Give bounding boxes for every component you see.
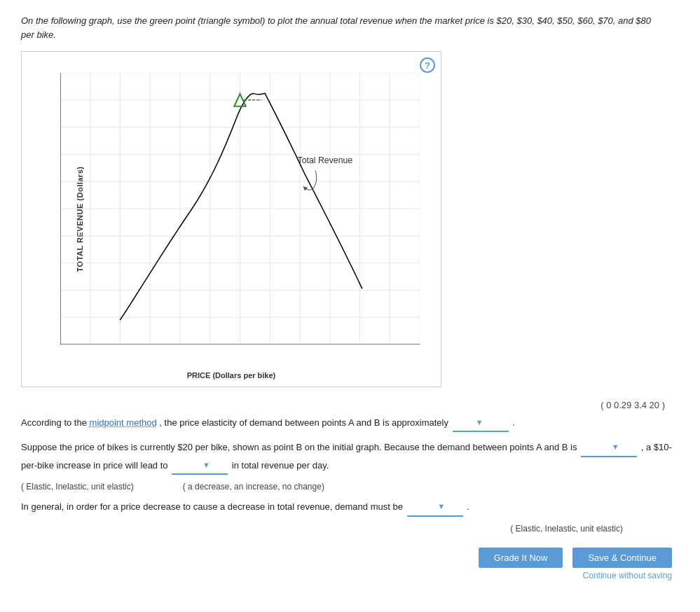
q3-dropdown-arrow-icon: ▼	[437, 500, 445, 514]
q2-dropdown2-value	[172, 457, 200, 473]
q1-dropdown-arrow-icon: ▼	[475, 416, 483, 430]
q2-dropdown1-arrow-icon: ▼	[612, 440, 619, 454]
coordinates-hint: ( 0 0.29 3.4 20 )	[21, 400, 679, 410]
q1-text-mid: , the price elasticity of demand between…	[159, 417, 448, 428]
save-button[interactable]: Save & Continue	[572, 548, 672, 568]
q1-text-before: According to the	[21, 417, 87, 428]
grade-button[interactable]: Grade It Now	[479, 548, 563, 568]
q3-text-after: .	[467, 501, 469, 512]
q1-text-after: .	[512, 417, 515, 428]
bottom-buttons: Grade It Now Save & Continue	[21, 548, 679, 568]
q3-row: In general, in order for a price decreas…	[21, 499, 679, 516]
q2-intro: Suppose the price of bikes is currently …	[21, 442, 577, 452]
q2-options1-hint: ( Elastic, Inelastic, unit elastic) ( a …	[21, 482, 679, 492]
x-axis-label: PRICE (Dollars per bike)	[187, 371, 276, 380]
q1-row: According to the midpoint method , the p…	[21, 415, 679, 432]
continue-button[interactable]: Continue without saving	[583, 571, 672, 580]
q1-dropdown[interactable]: ▼	[453, 415, 509, 432]
graph-container: ? TOTAL REVENUE (Dollars)	[21, 51, 441, 387]
q2-dropdown2-arrow-icon: ▼	[203, 459, 210, 473]
q3-text-before: In general, in order for a price decreas…	[21, 501, 403, 512]
q2-row: Suppose the price of bikes is currently …	[21, 439, 679, 475]
continue-row: Continue without saving	[21, 571, 679, 580]
q2-text3: in total revenue per day.	[232, 460, 329, 471]
q3-options-hint: ( Elastic, Inelastic, unit elastic)	[21, 524, 679, 534]
q2-dropdown1[interactable]: ▼	[581, 439, 637, 457]
q3-dropdown-value	[407, 499, 435, 515]
q3-dropdown[interactable]: ▼	[407, 499, 463, 516]
q2-dropdown1-value	[581, 439, 609, 455]
q1-midpoint: midpoint method	[90, 417, 157, 428]
chart-area: 2770 2580 2390 2200 2010 1820 1630 1440 …	[60, 73, 420, 345]
svg-text:Total Revenue: Total Revenue	[298, 156, 353, 166]
help-button[interactable]: ?	[420, 57, 435, 73]
chart-svg: 2770 2580 2390 2200 2010 1820 1630 1440 …	[60, 73, 420, 345]
q2-dropdown2[interactable]: ▼	[172, 457, 228, 475]
q1-dropdown-value	[453, 415, 473, 431]
instruction-text: On the following graph, use the green po…	[21, 14, 652, 41]
